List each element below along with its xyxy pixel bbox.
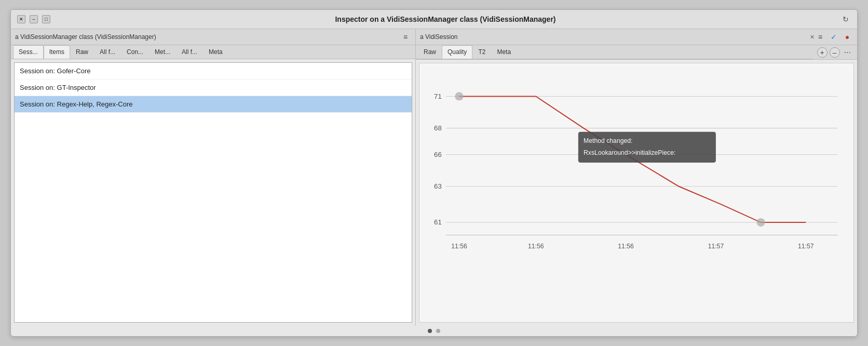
tab-items[interactable]: Items	[44, 45, 70, 59]
main-content: a VidiSessionManager class (VidiSessionM…	[11, 29, 857, 326]
tab-con[interactable]: Con...	[121, 45, 149, 59]
svg-text:71: 71	[434, 92, 442, 100]
main-window: ✕ – □ Inspector on a VidiSessionManager …	[10, 9, 858, 337]
tab-quality[interactable]: Quality	[442, 45, 472, 59]
left-tabs: Sess... Items Raw All f... Con... Met...…	[11, 45, 415, 59]
left-panel-title: a VidiSessionManager class (VidiSessionM…	[15, 33, 397, 41]
tab-allf-2[interactable]: All f...	[176, 45, 203, 59]
tab-raw-right[interactable]: Raw	[418, 45, 442, 59]
tab-meta-right[interactable]: Meta	[491, 45, 517, 59]
more-options-button[interactable]: ···	[842, 48, 853, 57]
right-stop-icon[interactable]: ●	[842, 31, 853, 43]
left-panel-header: a VidiSessionManager class (VidiSessionM…	[11, 29, 415, 45]
left-panel-doc-icon[interactable]: ≡	[400, 31, 411, 43]
tab-sess[interactable]: Sess...	[13, 45, 44, 59]
right-panel-close-button[interactable]: ✕	[810, 34, 815, 41]
bottom-navigation-dots	[11, 326, 857, 336]
svg-text:66: 66	[434, 151, 442, 158]
right-tabs: Raw Quality T2 Meta	[416, 45, 813, 59]
right-doc-icon[interactable]: ≡	[815, 31, 826, 43]
title-bar: ✕ – □ Inspector on a VidiSessionManager …	[11, 10, 857, 29]
session-list[interactable]: Session on: Gofer-Core Session on: GT-In…	[14, 62, 412, 323]
dot-1[interactable]	[428, 329, 432, 333]
chart-controls: + – ···	[813, 47, 857, 58]
svg-text:11:57: 11:57	[708, 243, 724, 250]
window-title: Inspector on a VidiSessionManager class …	[50, 15, 840, 23]
right-panel: a VidiSession ✕ ≡ ✓ ● Raw Quality T2 Met…	[416, 29, 857, 326]
list-item-selected[interactable]: Session on: Regex-Help, Regex-Core	[15, 96, 412, 113]
svg-text:11:56: 11:56	[451, 243, 467, 250]
chart-tooltip-line1: Method changed:	[584, 137, 632, 144]
list-item[interactable]: Session on: Gofer-Core	[15, 63, 412, 79]
window-controls: ✕ – □	[17, 15, 50, 23]
tab-allf-1[interactable]: All f...	[94, 45, 121, 59]
right-panel-header: a VidiSession ✕ ≡ ✓ ●	[416, 29, 857, 45]
chart-tooltip-line2: RxsLookaround>>initializePiece:	[584, 149, 675, 156]
svg-text:63: 63	[434, 182, 442, 190]
right-panel-title: a VidiSession	[420, 33, 808, 41]
svg-text:68: 68	[434, 124, 442, 132]
svg-text:61: 61	[434, 218, 442, 226]
chart-dot-start	[455, 92, 463, 100]
refresh-button[interactable]: ↻	[840, 14, 851, 24]
chart-tooltip-bg	[578, 132, 716, 163]
right-check-icon[interactable]: ✓	[828, 31, 839, 43]
close-button[interactable]: ✕	[17, 15, 25, 23]
list-item[interactable]: Session on: GT-Inspector	[15, 79, 412, 96]
svg-text:11:57: 11:57	[798, 243, 814, 250]
chart-dot-end	[756, 218, 765, 227]
minimize-button[interactable]: –	[30, 15, 38, 23]
maximize-button[interactable]: □	[42, 15, 50, 23]
svg-text:11:56: 11:56	[618, 243, 634, 250]
quality-chart: 71 68 66 63 61 11:56 11:56 1	[419, 63, 854, 323]
tab-t2[interactable]: T2	[472, 45, 491, 59]
tab-raw-left[interactable]: Raw	[70, 45, 94, 59]
left-panel: a VidiSessionManager class (VidiSessionM…	[11, 29, 416, 326]
tab-met[interactable]: Met...	[149, 45, 176, 59]
zoom-in-button[interactable]: +	[817, 47, 828, 58]
tab-meta-left[interactable]: Meta	[203, 45, 228, 59]
right-header-icons: ≡ ✓ ●	[815, 31, 853, 43]
dot-2[interactable]	[436, 329, 440, 333]
zoom-out-button[interactable]: –	[830, 47, 840, 58]
svg-text:11:56: 11:56	[528, 243, 544, 250]
right-tabs-row: Raw Quality T2 Meta + – ···	[416, 45, 857, 60]
chart-svg: 71 68 66 63 61 11:56 11:56 1	[419, 63, 853, 322]
